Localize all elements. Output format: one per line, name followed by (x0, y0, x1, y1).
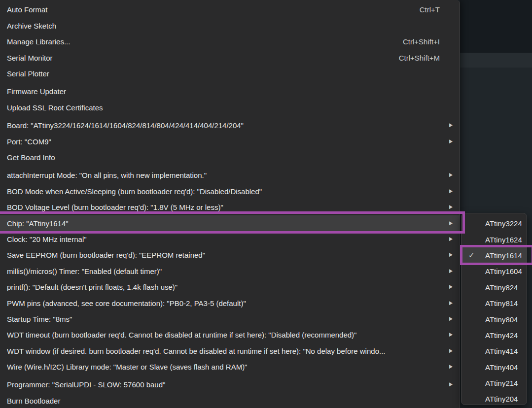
submenu-arrow-icon: ▶ (449, 333, 453, 338)
submenu-item-label: ATtiny1604 (480, 267, 522, 275)
submenu-arrow-icon: ▶ (449, 316, 453, 321)
shortcut-label: Ctrl+T (420, 5, 453, 14)
menu-item-label: PWM pins (advanced, see core documentati… (7, 299, 246, 307)
menu-item-label: Port: "COM9" (7, 137, 51, 146)
menu-item-auto-format[interactable]: Auto Format Ctrl+T (0, 2, 460, 18)
menu-item-millis-micros-timer[interactable]: millis()/micros() Timer: "Enabled (defau… (0, 263, 460, 279)
menu-item-serial-plotter[interactable]: Serial Plotter (0, 66, 460, 81)
menu-item-clock[interactable]: Clock: "20 MHz internal" ▶ (0, 231, 460, 247)
menu-item-label: Firmware Updater (7, 87, 66, 96)
submenu-item-label: ATtiny814 (480, 299, 518, 307)
shortcut-label: Ctrl+Shift+I (403, 37, 453, 46)
menu-group: Firmware Updater Upload SSL Root Certifi… (0, 84, 460, 116)
submenu-item-label: ATtiny3224 (480, 219, 522, 228)
menu-group: Programmer: "SerialUPDI - SLOW: 57600 ba… (0, 377, 460, 408)
submenu-arrow-icon: ▶ (449, 284, 453, 289)
menu-item-label: Upload SSL Root Certificates (7, 103, 103, 112)
submenu-item-attiny1604[interactable]: ATtiny1604 (461, 264, 527, 279)
menu-item-serial-monitor[interactable]: Serial Monitor Ctrl+Shift+M (0, 50, 460, 66)
menu-item-label: Burn Bootloader (7, 397, 60, 405)
checkmark-icon: ✓ (467, 251, 480, 260)
menu-item-label: Chip: "ATtiny1614" (7, 219, 69, 228)
menu-item-label: Get Board Info (7, 153, 55, 162)
app-background-tabbar (460, 53, 532, 68)
menu-item-manage-libraries[interactable]: Manage Libraries... Ctrl+Shift+I (0, 34, 460, 50)
submenu-item-label: ATtiny424 (480, 331, 518, 340)
menu-group: Board: "ATtiny3224/1624/1614/1604/824/81… (0, 118, 460, 166)
menu-item-upload-ssl-root-certificates[interactable]: Upload SSL Root Certificates (0, 100, 460, 115)
menu-item-bod-mode[interactable]: BOD Mode when Active/Sleeping (burn boot… (0, 183, 460, 199)
menu-item-label: BOD Mode when Active/Sleeping (burn boot… (7, 187, 262, 196)
menu-item-attachinterrupt-mode[interactable]: attachInterrupt Mode: "On all pins, with… (0, 168, 460, 183)
menu-item-save-eeprom[interactable]: Save EEPROM (burn bootloader req'd): "EE… (0, 247, 460, 263)
submenu-item-attiny1624[interactable]: ATtiny1624 (461, 232, 527, 247)
menu-item-label: Serial Plotter (7, 69, 49, 78)
submenu-item-attiny814[interactable]: ATtiny814 (461, 295, 527, 311)
submenu-item-label: ATtiny1614 (480, 251, 522, 260)
menu-item-label: printf(): "Default (doesn't print floats… (7, 283, 177, 291)
submenu-item-label: ATtiny804 (480, 315, 518, 324)
chip-submenu: ATtiny3224 ATtiny1624 ✓ ATtiny1614 ATtin… (461, 213, 527, 405)
menu-item-label: millis()/micros() Timer: "Enabled (defau… (7, 267, 162, 275)
menu-item-wdt-timeout[interactable]: WDT timeout (burn bootloader req'd. Cann… (0, 327, 460, 343)
menu-group: Auto Format Ctrl+T Archive Sketch Manage… (0, 2, 460, 82)
menu-item-wire-library-mode[interactable]: Wire (Wire.h/I2C) Library mode: "Master … (0, 359, 460, 374)
submenu-arrow-icon: ▶ (449, 204, 453, 209)
submenu-item-label: ATtiny214 (480, 379, 518, 387)
menu-item-label: BOD Voltage Level (burn bootloader req'd… (7, 203, 223, 211)
shortcut-label: Ctrl+Shift+M (399, 54, 453, 62)
submenu-arrow-icon: ▶ (449, 221, 453, 226)
menu-item-label: Manage Libraries... (7, 37, 70, 46)
submenu-item-attiny204[interactable]: ATtiny204 (461, 391, 527, 407)
submenu-item-label: ATtiny204 (480, 395, 518, 403)
menu-item-label: WDT timeout (burn bootloader req'd. Cann… (7, 331, 356, 339)
menu-item-label: Serial Monitor (7, 54, 53, 62)
screenshot-stage: Auto Format Ctrl+T Archive Sketch Manage… (0, 0, 532, 408)
submenu-arrow-icon: ▶ (449, 123, 453, 128)
menu-item-label: Programmer: "SerialUPDI - SLOW: 57600 ba… (7, 380, 165, 389)
menu-item-printf[interactable]: printf(): "Default (doesn't print floats… (0, 279, 460, 295)
submenu-arrow-icon: ▶ (449, 269, 453, 273)
menu-item-firmware-updater[interactable]: Firmware Updater (0, 84, 460, 100)
menu-item-label: Startup Time: "8ms" (7, 315, 72, 323)
menu-item-burn-bootloader[interactable]: Burn Bootloader (0, 393, 460, 408)
menu-item-label: Clock: "20 MHz internal" (7, 235, 87, 243)
menu-item-wdt-window[interactable]: WDT window (if desired. burn bootloader … (0, 343, 460, 359)
submenu-item-attiny404[interactable]: ATtiny404 (461, 359, 527, 375)
tools-menu: Auto Format Ctrl+T Archive Sketch Manage… (0, 0, 460, 408)
submenu-item-label: ATtiny824 (480, 283, 518, 292)
menu-item-chip[interactable]: Chip: "ATtiny1614" ▶ (0, 215, 460, 231)
menu-item-label: Board: "ATtiny3224/1624/1614/1604/824/81… (7, 121, 244, 130)
submenu-arrow-icon: ▶ (449, 253, 453, 258)
submenu-arrow-icon: ▶ (449, 348, 453, 353)
submenu-arrow-icon: ▶ (449, 139, 453, 144)
menu-item-programmer[interactable]: Programmer: "SerialUPDI - SLOW: 57600 ba… (0, 377, 460, 393)
submenu-item-attiny824[interactable]: ATtiny824 (461, 279, 527, 295)
submenu-item-attiny804[interactable]: ATtiny804 (461, 311, 527, 327)
submenu-arrow-icon: ▶ (449, 364, 453, 369)
menu-item-label: Save EEPROM (burn bootloader req'd): "EE… (7, 251, 205, 259)
menu-item-startup-time[interactable]: Startup Time: "8ms" ▶ (0, 311, 460, 327)
submenu-item-label: ATtiny414 (480, 347, 518, 355)
menu-item-archive-sketch[interactable]: Archive Sketch (0, 18, 460, 34)
submenu-arrow-icon: ▶ (449, 382, 453, 387)
submenu-item-attiny1614[interactable]: ✓ ATtiny1614 (461, 247, 527, 263)
menu-item-get-board-info[interactable]: Get Board Info (0, 149, 460, 165)
menu-item-bod-voltage-level[interactable]: BOD Voltage Level (burn bootloader req'd… (0, 199, 460, 215)
menu-item-board[interactable]: Board: "ATtiny3224/1624/1614/1604/824/81… (0, 118, 460, 134)
submenu-arrow-icon: ▶ (449, 173, 453, 178)
menu-item-label: Wire (Wire.h/I2C) Library mode: "Master … (7, 363, 247, 371)
submenu-item-attiny424[interactable]: ATtiny424 (461, 327, 527, 343)
submenu-arrow-icon: ▶ (449, 301, 453, 306)
menu-item-port[interactable]: Port: "COM9" ▶ (0, 134, 460, 149)
submenu-item-attiny414[interactable]: ATtiny414 (461, 343, 527, 359)
submenu-arrow-icon: ▶ (449, 189, 453, 194)
menu-item-pwm-pins[interactable]: PWM pins (advanced, see core documentati… (0, 295, 460, 311)
menu-item-label: Auto Format (7, 5, 48, 14)
submenu-item-label: ATtiny404 (480, 363, 518, 372)
menu-item-label: WDT window (if desired. burn bootloader … (7, 347, 385, 355)
menu-group: attachInterrupt Mode: "On all pins, with… (0, 168, 460, 375)
submenu-item-attiny214[interactable]: ATtiny214 (461, 375, 527, 391)
menu-item-label: attachInterrupt Mode: "On all pins, with… (7, 171, 207, 179)
submenu-item-attiny3224[interactable]: ATtiny3224 (461, 216, 527, 232)
